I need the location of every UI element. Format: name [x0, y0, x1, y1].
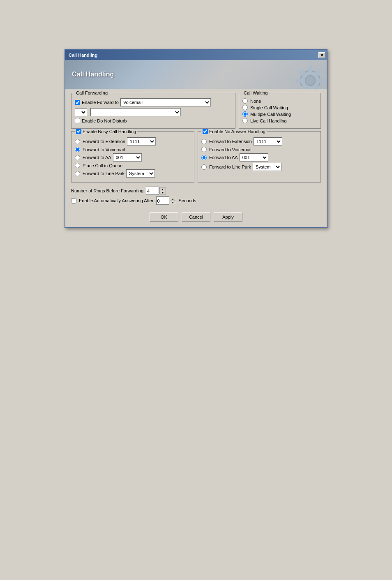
cw-single-row: Single Call Waiting [242, 105, 317, 110]
busy-aa-radio[interactable] [75, 155, 80, 160]
noanswer-ext-select[interactable]: 1111 [254, 137, 282, 146]
auto-answer-spin-arrows: ▲ ▼ [170, 197, 176, 204]
call-waiting-title: Call Waiting [242, 90, 269, 95]
auto-answer-checkbox[interactable] [71, 198, 76, 203]
cw-multiple-radio[interactable] [242, 111, 248, 117]
auto-answer-spin-up[interactable]: ▲ [170, 197, 176, 201]
noanswer-vm-row: Forward to Voicemail [201, 147, 317, 152]
cw-none-label: None [250, 99, 261, 104]
cancel-button[interactable]: Cancel [182, 212, 210, 222]
cw-multiple-row: Multiple Call Waiting [242, 111, 317, 117]
title-bar: Call Handling ✕ [65, 50, 327, 60]
title-bar-text: Call Handling [67, 53, 97, 58]
cw-none-radio[interactable] [242, 98, 248, 104]
noanswer-aa-row: Forward to AA 001 [201, 153, 317, 162]
cw-single-radio[interactable] [242, 105, 248, 110]
cw-multiple-label: Multiple Call Waiting [250, 112, 291, 117]
noanswer-vm-radio[interactable] [201, 147, 207, 152]
top-row: Call Forwarding Enable Forward to Voicem… [71, 93, 321, 131]
forward-destination-select[interactable]: Voicemail Extension AA Line Park [120, 98, 211, 106]
noanswer-ext-row: Forward to Extension 1111 [201, 137, 317, 146]
bottom-row: Enable Busy Call Handling Forward to Ext… [71, 131, 321, 185]
enable-busy-checkbox[interactable] [76, 129, 81, 134]
auto-answer-value[interactable]: 0 [156, 196, 169, 205]
noanswer-linepark-label: Forward to Line Park [209, 164, 251, 169]
settings-section: Number of Rings Before Forwarding 4 ▲ ▼ … [71, 185, 321, 208]
busy-linepark-row: Forward to Line Park System [75, 169, 191, 178]
rings-row: Number of Rings Before Forwarding 4 ▲ ▼ [71, 187, 321, 195]
busy-aa-select[interactable]: 001 [113, 153, 142, 162]
ok-button[interactable]: OK [150, 212, 178, 222]
dialog: Call Handling ✕ Call Handling Call Forwa… [65, 49, 327, 228]
call-forwarding-group: Call Forwarding Enable Forward to Voicem… [71, 93, 235, 129]
noanswer-aa-select[interactable]: 001 [240, 153, 268, 162]
enable-busy-label: Enable Busy Call Handling [83, 129, 136, 134]
busy-handling-title: Enable Busy Call Handling [75, 129, 137, 135]
header-banner: Call Handling [65, 60, 327, 89]
do-not-disturb-checkbox[interactable] [75, 118, 80, 123]
cw-live-row: Live Call Handling [242, 118, 317, 123]
close-button[interactable]: ✕ [318, 52, 325, 58]
cw-live-radio[interactable] [242, 118, 248, 123]
secondary-forward-row [75, 108, 232, 116]
rings-spin-arrows: ▲ ▼ [159, 187, 166, 194]
call-waiting-group: Call Waiting None Single Call Waiting Mu… [239, 93, 321, 129]
noanswer-ext-radio[interactable] [201, 139, 207, 144]
no-answer-title: Enable No Answer Handling [201, 129, 267, 135]
dialog-content: Call Forwarding Enable Forward to Voicem… [65, 89, 327, 227]
enable-no-answer-checkbox[interactable] [203, 129, 208, 134]
enable-forward-label: Enable Forward to [82, 100, 119, 105]
gear-decoration-icon [286, 60, 327, 89]
busy-linepark-select[interactable]: System [126, 169, 155, 178]
busy-queue-label: Place Call in Queue [83, 163, 122, 168]
call-forwarding-title: Call Forwarding [75, 90, 109, 95]
busy-vm-row: Forward to Voicemail [75, 147, 191, 152]
forward-secondary-right-select[interactable] [90, 108, 181, 116]
rings-spin-up[interactable]: ▲ [159, 187, 166, 191]
enable-forward-checkbox[interactable] [75, 100, 80, 105]
auto-answer-spinbox-container: 0 ▲ ▼ [156, 196, 176, 205]
no-answer-group: Enable No Answer Handling Forward to Ext… [198, 131, 321, 183]
busy-ext-select[interactable]: 1111 [127, 137, 156, 146]
auto-answer-row: Enable Automatically Answering After 0 ▲… [71, 196, 321, 205]
forward-secondary-left-select[interactable] [75, 108, 87, 116]
noanswer-linepark-select[interactable]: System [253, 163, 281, 171]
busy-aa-label: Forward to AA [83, 155, 111, 160]
noanswer-ext-label: Forward to Extension [209, 139, 252, 144]
noanswer-aa-radio[interactable] [201, 155, 207, 160]
noanswer-vm-label: Forward to Voicemail [209, 147, 251, 152]
auto-answer-spin-down[interactable]: ▼ [170, 201, 176, 204]
busy-ext-radio[interactable] [75, 139, 80, 144]
svg-rect-6 [308, 88, 312, 89]
noanswer-linepark-row: Forward to Line Park System [201, 163, 317, 171]
rings-spinbox-container: 4 ▲ ▼ [146, 187, 166, 195]
busy-ext-label: Forward to Extension [83, 139, 125, 144]
rings-value[interactable]: 4 [146, 187, 159, 195]
svg-rect-2 [308, 66, 312, 74]
noanswer-aa-label: Forward to AA [209, 155, 238, 160]
do-not-disturb-row: Enable Do Not Disturb [75, 118, 232, 123]
enable-no-answer-label: Enable No Answer Handling [209, 129, 265, 134]
busy-queue-row: Place Call in Queue [75, 163, 191, 168]
auto-answer-label: Enable Automatically Answering After [79, 198, 154, 203]
svg-rect-8 [295, 79, 303, 83]
button-row: OK Cancel Apply [71, 212, 321, 222]
svg-point-1 [305, 76, 315, 85]
busy-linepark-label: Forward to Line Park [83, 171, 125, 176]
busy-queue-radio[interactable] [75, 163, 80, 168]
busy-aa-row: Forward to AA 001 [75, 153, 191, 162]
cw-single-label: Single Call Waiting [250, 105, 288, 110]
busy-ext-row: Forward to Extension 1111 [75, 137, 191, 146]
rings-spin-down[interactable]: ▼ [159, 191, 166, 194]
busy-handling-group: Enable Busy Call Handling Forward to Ext… [71, 131, 194, 183]
svg-rect-4 [317, 79, 325, 83]
busy-linepark-radio[interactable] [75, 171, 80, 176]
cw-live-label: Live Call Handling [250, 118, 287, 123]
do-not-disturb-label: Enable Do Not Disturb [82, 118, 127, 123]
apply-button[interactable]: Apply [214, 212, 242, 222]
busy-vm-label: Forward to Voicemail [83, 147, 125, 152]
enable-forward-row: Enable Forward to Voicemail Extension AA… [75, 98, 232, 106]
busy-vm-radio[interactable] [75, 147, 80, 152]
cw-none-row: None [242, 98, 317, 104]
noanswer-linepark-radio[interactable] [201, 164, 207, 170]
